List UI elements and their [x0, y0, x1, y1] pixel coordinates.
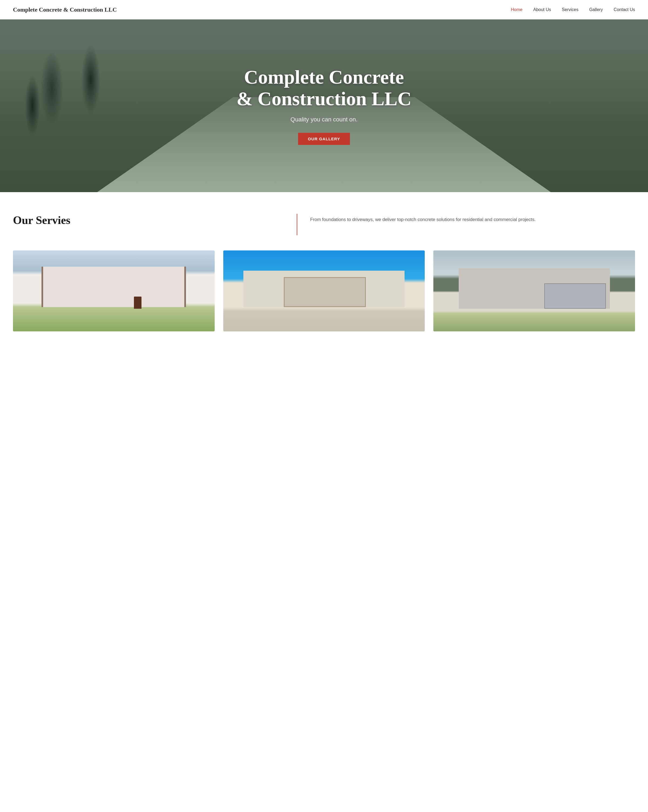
- navbar: Complete Concrete & Construction LLC Hom…: [0, 0, 648, 20]
- service-card-3: [433, 250, 635, 331]
- nav-link-about[interactable]: About Us: [533, 7, 551, 12]
- nav-link-services[interactable]: Services: [562, 7, 578, 12]
- services-header: Our Servies From foundations to driveway…: [13, 214, 635, 235]
- service-card-image-1: [13, 250, 215, 331]
- hero-section: Complete Concrete & Construction LLC Qua…: [0, 20, 648, 192]
- nav-item-gallery: Gallery: [589, 7, 603, 12]
- nav-item-about: About Us: [533, 7, 551, 12]
- hero-title: Complete Concrete & Construction LLC: [237, 67, 411, 109]
- nav-link-gallery[interactable]: Gallery: [589, 7, 603, 12]
- hero-subtitle: Quality you can count on.: [237, 116, 411, 123]
- nav-link-contact[interactable]: Contact Us: [614, 7, 635, 12]
- nav-item-contact: Contact Us: [614, 7, 635, 12]
- hero-cta-button[interactable]: OUR GALLERY: [298, 133, 350, 145]
- service-card-2: [223, 250, 425, 331]
- services-description: From foundations to driveways, we delive…: [310, 214, 635, 223]
- services-title-block: Our Servies: [13, 214, 284, 227]
- services-divider: [297, 214, 297, 235]
- nav-links: Home About Us Services Gallery Contact U…: [511, 7, 635, 12]
- services-section: Our Servies From foundations to driveway…: [0, 192, 648, 348]
- service-card-image-3: [433, 250, 635, 331]
- nav-link-home[interactable]: Home: [511, 7, 523, 12]
- brand-logo[interactable]: Complete Concrete & Construction LLC: [13, 6, 117, 13]
- services-cards: [13, 250, 635, 331]
- hero-title-line2: & Construction LLC: [237, 88, 411, 110]
- hero-content: Complete Concrete & Construction LLC Qua…: [231, 67, 417, 145]
- service-card-image-2: [223, 250, 425, 331]
- hero-title-line1: Complete Concrete: [244, 66, 404, 88]
- service-card-1: [13, 250, 215, 331]
- nav-item-services: Services: [562, 7, 578, 12]
- nav-item-home: Home: [511, 7, 523, 12]
- services-heading: Our Servies: [13, 214, 284, 227]
